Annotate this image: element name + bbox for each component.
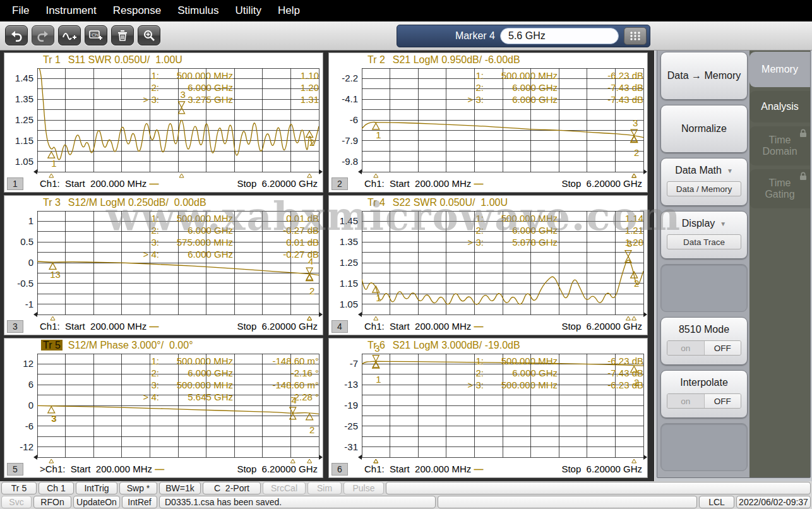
readout-frequency: 500.000 MHz — [159, 70, 233, 81]
trace-panel-6: 123Tr 6 S21 LogM 3.000dB/ -19.0dB-7-13-1… — [328, 338, 648, 478]
y-axis-tick-label: 1.15 — [329, 278, 358, 289]
status-swp-[interactable]: Swp * — [119, 482, 157, 494]
data-math-button[interactable]: Data Math▼ Data / Memory — [660, 158, 748, 206]
readout-frequency: 5.878 GHz — [484, 237, 558, 248]
readout-frequency: 6.000 GHz — [159, 82, 233, 93]
menu-item-instrument[interactable]: Instrument — [37, 0, 104, 21]
keypad-icon[interactable] — [624, 27, 647, 45]
status-ch-1[interactable]: Ch 1 — [39, 482, 74, 494]
tab-memory[interactable]: Memory — [749, 52, 810, 87]
marker-frequency-input[interactable] — [500, 28, 619, 44]
trace-title: Tr 4 S22 SWR 0.050U/ 1.00U — [366, 197, 508, 210]
y-axis-tick-label: -0.5 — [4, 278, 33, 289]
chevron-down-icon: ▼ — [720, 220, 726, 227]
marker-1[interactable] — [48, 152, 55, 158]
status-lcl[interactable]: LCL — [699, 496, 734, 508]
menu-bar: FileInstrumentResponseStimulusUtilityHel… — [0, 0, 812, 21]
marker-entry-bar: Marker 4 — [397, 25, 650, 47]
svg-text:3: 3 — [633, 117, 638, 128]
svg-text:1: 1 — [376, 129, 381, 140]
status-intref[interactable]: IntRef — [122, 496, 157, 508]
footer-start: Ch1: Start 200.000 MHz — — [364, 464, 483, 474]
trace-number-label[interactable]: Tr 4 — [366, 197, 387, 208]
footer-start: Ch1: Start 200.000 MHz — — [364, 321, 483, 332]
menu-item-help[interactable]: Help — [270, 0, 308, 21]
trace-title: Tr 2 S21 LogM 0.950dB/ -6.00dB — [366, 54, 520, 67]
status-rfon[interactable]: RFOn — [33, 496, 71, 508]
y-axis-tick-label: 0.5 — [4, 236, 33, 247]
svg-text:2: 2 — [634, 147, 639, 158]
tab-analysis[interactable]: Analysis — [749, 91, 810, 123]
data-to-memory-button[interactable]: Data → Memory — [660, 52, 748, 100]
marker-1[interactable] — [373, 123, 379, 129]
status-c-2-port[interactable]: C 2-Port — [203, 482, 261, 494]
readout-frequency: 6.000 GHz — [484, 94, 558, 105]
normalize-button[interactable]: Normalize — [660, 105, 748, 153]
status-sim: Sim — [307, 482, 342, 494]
trace-number-label[interactable]: Tr 2 — [366, 54, 387, 65]
mode-8510-toggle[interactable]: on OFF — [667, 340, 741, 356]
readout-frequency: 6.000 GHz — [484, 368, 558, 378]
y-axis-tick-label: 1.35 — [4, 93, 33, 104]
zoom-icon[interactable] — [138, 25, 160, 45]
footer-stop: Stop 6.20000 GHz — [237, 321, 318, 332]
y-axis-tick-label: -12 — [4, 441, 33, 452]
marker-3[interactable] — [48, 407, 55, 413]
undo-icon[interactable] — [5, 25, 28, 45]
status-inttrig[interactable]: IntTrig — [76, 482, 117, 494]
readout-value: -148.60 m° — [227, 380, 319, 390]
y-axis-tick-label: 1.15 — [4, 135, 33, 146]
status-bw-1k[interactable]: BW=1k — [159, 482, 201, 494]
trace-number-label[interactable]: Tr 5 — [41, 340, 63, 350]
readout-frequency: 500.000 MHz — [484, 213, 558, 224]
readout-value: -148.60 m° — [227, 356, 319, 366]
lock-icon — [799, 129, 807, 140]
delete-icon[interactable] — [111, 25, 134, 45]
y-axis-tick-label: 1 — [4, 215, 33, 226]
svg-text:3: 3 — [51, 413, 56, 424]
status-tr-5[interactable]: Tr 5 — [1, 482, 37, 494]
trace-number-label[interactable]: Tr 1 — [41, 54, 63, 65]
menu-item-response[interactable]: Response — [105, 0, 170, 21]
add-trace-icon[interactable] — [58, 25, 81, 45]
data-math-selection[interactable]: Data / Memory — [667, 181, 741, 196]
display-button[interactable]: Display▼ Data Trace — [660, 211, 748, 259]
add-channel-icon[interactable]: Ch — [85, 25, 107, 45]
trace-title: Tr 5 S12/M Phase 3.000°/ 0.00° — [41, 340, 193, 352]
y-axis-tick-label: -6 — [4, 421, 33, 431]
marker-13[interactable] — [49, 263, 56, 269]
readout-frequency: 6.000 GHz — [159, 225, 233, 236]
y-axis-tick-label: 1.45 — [4, 73, 33, 83]
readout-value: 1.31 — [227, 94, 319, 105]
menu-item-stimulus[interactable]: Stimulus — [169, 0, 227, 21]
readout-marker-number: 1: — [362, 356, 484, 366]
readout-marker-number: 3: — [37, 380, 159, 390]
interpolate-toggle[interactable]: on OFF — [667, 393, 741, 409]
redo-icon — [32, 25, 54, 45]
display-selection[interactable]: Data Trace — [667, 234, 741, 249]
mode-8510-button[interactable]: 8510 Mode on OFF — [660, 317, 748, 365]
math-panel: Math × Memory Analysis Time Domain Time … — [657, 25, 811, 478]
readout-marker-number: 2: — [37, 368, 159, 378]
menu-item-file[interactable]: File — [4, 0, 37, 21]
readout-marker-number: 1: — [362, 70, 484, 81]
y-axis-tick-label: 1.05 — [4, 156, 33, 167]
marker-2[interactable] — [306, 414, 313, 420]
readout-frequency: 500.000 MHz — [159, 213, 233, 224]
trace-number-label[interactable]: Tr 6 — [366, 340, 387, 350]
status-pulse: Pulse — [343, 482, 384, 494]
menu-item-utility[interactable]: Utility — [227, 0, 270, 21]
chevron-down-icon: ▼ — [727, 167, 733, 174]
toolbar: Ch Marker 4 — [0, 21, 812, 51]
y-axis-tick-label: -7 — [329, 358, 358, 369]
status-updateon[interactable]: UpdateOn — [73, 496, 120, 508]
interpolate-button[interactable]: Interpolate on OFF — [660, 370, 748, 418]
trace-number-label[interactable]: Tr 3 — [41, 197, 63, 208]
status-filler — [438, 496, 697, 508]
y-axis-tick-label: -2.2 — [329, 73, 358, 83]
readout-value: 1.21 — [551, 225, 643, 236]
svg-text:2: 2 — [309, 285, 314, 296]
readout-value: -6.23 dB — [551, 70, 643, 81]
readout-frequency: 6.000 GHz — [484, 82, 558, 93]
status-2022-06-02-09-37[interactable]: 2022/06/02-09:37 — [736, 496, 811, 508]
